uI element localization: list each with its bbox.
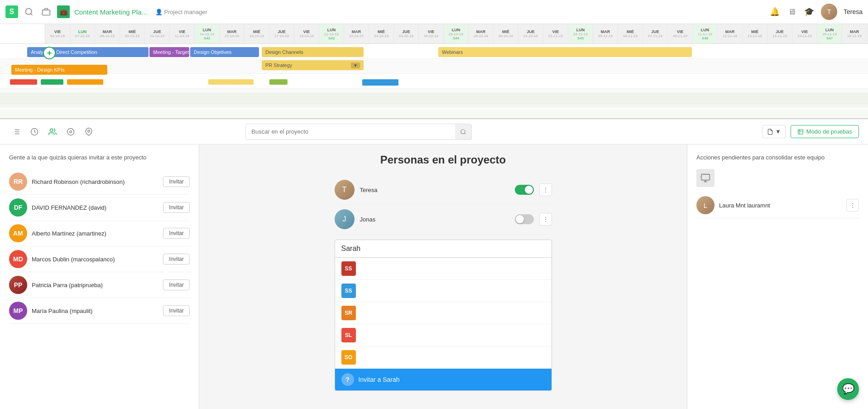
gantt-day-vie5: VIE01-11-19: [543, 24, 568, 43]
members-section: T Teresa ⋮ J Jonas ⋮ SS SS: [335, 175, 552, 398]
toolbar-view-icons: [9, 125, 96, 139]
list-view-icon[interactable]: [9, 125, 24, 139]
member-name-jonas: Jonas: [360, 216, 509, 223]
menu-button-laura[interactable]: ⋮: [846, 199, 859, 212]
invite-sarah-icon: ?: [341, 373, 354, 386]
dropdown-item-so[interactable]: SO: [335, 346, 551, 369]
person-item-4: PPPatricia Parra (patriprueba)Invitar: [9, 272, 190, 298]
gantt-day-vie: VIE04-10-19: [45, 24, 70, 43]
gantt-bar-webinars[interactable]: Webinars: [438, 47, 692, 57]
gantt-day-lun7: LUN18-11-19S47: [817, 24, 842, 43]
grad-icon[interactable]: 🎓: [804, 6, 815, 17]
invite-button-1[interactable]: Invitar: [163, 202, 190, 213]
monitor-icon[interactable]: 🖥: [786, 6, 797, 17]
invite-sarah-button[interactable]: ? Invitar a Sarah: [335, 369, 551, 390]
gantt-day-vie2: VIE11-10-19: [170, 24, 195, 43]
toggle-teresa[interactable]: [515, 185, 534, 195]
mode-label: Modo de pruebas: [806, 128, 852, 135]
gantt-body: + Analysis of Direct Competition Meeting…: [0, 44, 868, 119]
gantt-day-mar6: MAR12-11-19: [718, 24, 743, 43]
person-item-3: MDMarcos Dublin (marcospalanco)Invitar: [9, 246, 190, 272]
bell-icon[interactable]: 🔔: [769, 6, 780, 17]
gantt-bar-meeting-target[interactable]: Meeting - Target: [149, 47, 189, 57]
dropdown-avatar-so: SO: [341, 350, 356, 365]
person-avatar-2: AM: [9, 224, 27, 242]
gantt-add-button[interactable]: +: [43, 47, 56, 59]
dropdown-item-ss2[interactable]: SS: [335, 280, 551, 302]
pending-name-laura: Laura Mnt lauramnt: [719, 202, 842, 209]
search-nav-icon[interactable]: [23, 5, 35, 18]
toggle-jonas[interactable]: [515, 214, 534, 224]
left-panel: Gente a la que quizás quieras invitar a …: [0, 144, 199, 409]
pin-view-icon[interactable]: [82, 125, 96, 139]
dropdown-item-ss1[interactable]: SS: [335, 258, 551, 280]
person-name-5: María Paulina (mpaulit): [32, 308, 158, 314]
gantt-day-mie5: MIÉ06-11-19: [618, 24, 643, 43]
invite-button-0[interactable]: Invitar: [163, 176, 190, 187]
person-avatar-3: MD: [9, 250, 27, 268]
gantt-day-vie4: VIE25-10-19: [419, 24, 444, 43]
search-button[interactable]: [455, 124, 471, 140]
search-input[interactable]: [246, 125, 455, 138]
gantt-day-jue6: JUE14-11-19: [767, 24, 792, 43]
center-panel: Personas en el proyecto T Teresa ⋮ J Jon…: [199, 144, 687, 409]
menu-button-teresa[interactable]: ⋮: [539, 183, 552, 196]
dropdown-item-sr[interactable]: SR: [335, 302, 551, 324]
left-panel-title: Gente a la que quizás quieras invitar a …: [9, 154, 190, 162]
gantt-day-lun6: LUN11-11-19S46: [693, 24, 718, 43]
user-avatar[interactable]: T: [821, 4, 837, 20]
person-avatar-4: PP: [9, 276, 27, 294]
gantt-day-mie6: MIÉ13-11-19: [743, 24, 767, 43]
svg-line-1: [31, 14, 33, 15]
dropdown-list: SS SS SR SL SO ? I: [335, 258, 552, 391]
gantt-bar-meeting-kpis[interactable]: Meeting - Design KPIs: [11, 65, 107, 75]
toolbar: ▼ Modo de pruebas: [0, 119, 868, 144]
report-button[interactable]: ▼: [762, 125, 786, 138]
clock-view-icon[interactable]: [27, 125, 42, 139]
gantt-day-lun: LUN07-10-19: [70, 24, 95, 43]
gantt-bar-design-channels[interactable]: Design Channels: [262, 47, 364, 57]
chat-bubble-button[interactable]: 💬: [837, 378, 859, 400]
mode-pruebas-button[interactable]: Modo de pruebas: [791, 125, 859, 138]
gantt-bar-pr-strategy[interactable]: PR Strategy ▼: [262, 60, 364, 70]
svg-point-12: [70, 130, 72, 133]
project-role: Project manager: [155, 9, 207, 15]
invite-button-4[interactable]: Invitar: [163, 279, 190, 290]
people-view-icon[interactable]: [45, 125, 60, 139]
palette-view-icon[interactable]: [63, 125, 78, 139]
menu-button-jonas[interactable]: ⋮: [539, 213, 552, 226]
search-dropdown-wrapper: SS SS SR SL SO ? I: [335, 240, 552, 391]
invite-button-5[interactable]: Invitar: [163, 305, 190, 316]
gantt-day-mie: MIÉ09-10-19: [120, 24, 145, 43]
gantt-day-lun5: LUN04-11-19S45: [568, 24, 593, 43]
gantt-day-jue: JUE10-10-19: [145, 24, 170, 43]
person-avatar-5: MP: [9, 302, 27, 320]
dropdown-item-sl[interactable]: SL: [335, 324, 551, 346]
topnav: S 💼 Content Marketing Pla... Project man…: [0, 0, 868, 24]
invite-button-3[interactable]: Invitar: [163, 254, 190, 265]
person-item-5: MPMaría Paulina (mpaulit)Invitar: [9, 298, 190, 324]
briefcase-icon[interactable]: [40, 5, 53, 18]
project-title[interactable]: Content Marketing Pla...: [74, 8, 147, 16]
dropdown-avatar-sr: SR: [341, 306, 356, 320]
logo-icon[interactable]: S: [5, 5, 18, 18]
gantt-area: VIE04-10-19 LUN07-10-19 MAR08-10-19 MIÉ0…: [0, 24, 868, 119]
gantt-day-jue3: JUE24-10-19: [394, 24, 419, 43]
invite-button-2[interactable]: Invitar: [163, 228, 190, 239]
svg-point-13: [88, 130, 90, 132]
invite-sarah-label: Invitar a Sarah: [359, 376, 400, 383]
gantt-day-mar2: MAR15-10-19: [220, 24, 245, 43]
gantt-day-vie3: VIE18-10-19: [294, 24, 319, 43]
person-item-0: RRRichard Robinson (richardrobinson)Invi…: [9, 169, 190, 195]
svg-point-11: [67, 128, 74, 135]
person-search-input[interactable]: [335, 240, 552, 258]
gantt-bar-design-objectives[interactable]: Design Objetives: [190, 47, 259, 57]
person-name-1: DAVID FERNANDEZ (david): [32, 204, 158, 211]
search-bar: [245, 124, 472, 140]
pending-person-laura: L Laura Mnt lauramnt ⋮: [696, 192, 859, 218]
svg-point-10: [50, 129, 53, 131]
person-name-4: Patricia Parra (patriprueba): [32, 282, 158, 289]
pending-avatar-laura: L: [696, 196, 715, 214]
member-name-teresa: Teresa: [360, 187, 509, 193]
person-name-0: Richard Robinson (richardrobinson): [32, 178, 158, 185]
